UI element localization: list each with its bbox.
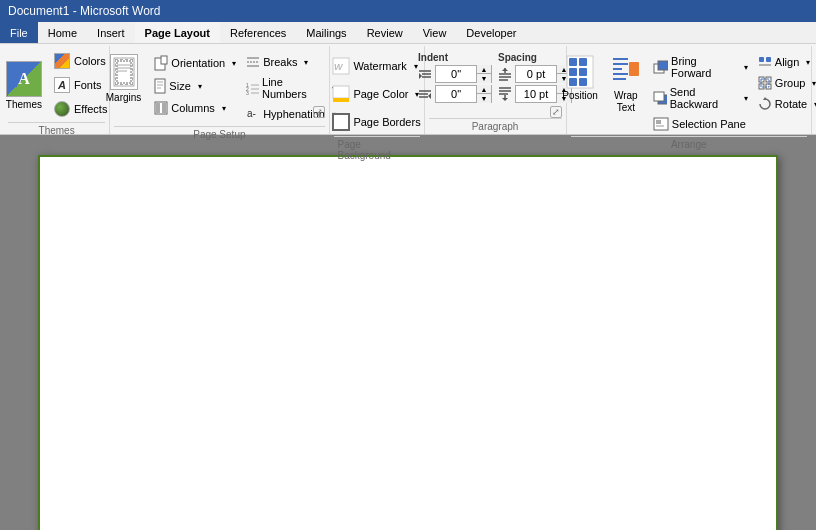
group-main-btn[interactable]: Group	[753, 73, 811, 93]
themes-group: A Themes Colors A Fonts Effects	[4, 46, 110, 134]
indent-left-input[interactable]: ▲ ▼	[435, 65, 492, 83]
svg-rect-1	[117, 61, 131, 83]
send-backward-split-btn: Send Backward ▾	[648, 83, 751, 113]
menu-page-layout[interactable]: Page Layout	[135, 22, 220, 43]
watermark-icon: W	[332, 57, 350, 75]
svg-rect-52	[569, 78, 577, 86]
align-dropdown-arrow[interactable]: ▾	[804, 55, 813, 70]
position-icon	[565, 54, 595, 90]
columns-icon	[154, 101, 168, 115]
menu-developer[interactable]: Developer	[456, 22, 526, 43]
indent-right-arrows: ▲ ▼	[476, 85, 491, 103]
indent-right-down[interactable]: ▼	[477, 94, 491, 103]
spacing-before-field[interactable]	[516, 68, 556, 80]
indent-right-up[interactable]: ▲	[477, 85, 491, 94]
svg-rect-13	[162, 103, 166, 113]
menu-review[interactable]: Review	[357, 22, 413, 43]
svg-rect-53	[579, 78, 587, 86]
send-backward-main-btn[interactable]: Send Backward	[648, 83, 742, 113]
page-background-group: W Watermark ▾ Page Color ▾	[330, 46, 425, 134]
bring-forward-dropdown-arrow[interactable]: ▾	[742, 60, 751, 75]
svg-rect-0	[114, 58, 134, 86]
themes-button[interactable]: A Themes	[1, 57, 47, 114]
spacing-after-icon	[498, 87, 512, 101]
hyphenation-icon: a-	[246, 107, 260, 121]
themes-group-label: Themes	[39, 125, 75, 136]
align-main-btn[interactable]: Align	[753, 52, 804, 72]
svg-rect-66	[656, 125, 664, 127]
group-dropdown-arrow[interactable]: ▾	[810, 76, 816, 91]
paragraph-group: Indent ▲ ▼	[425, 46, 567, 134]
rotate-dropdown-arrow[interactable]: ▾	[812, 97, 816, 112]
indent-right-input[interactable]: ▲ ▼	[435, 85, 492, 103]
colors-icon	[54, 53, 70, 69]
title-text: Document1 - Microsoft Word	[8, 4, 161, 18]
svg-rect-74	[761, 79, 769, 87]
line-numbers-split-btn: 1 2 3 Line Numbers ▾	[241, 73, 339, 103]
menu-file[interactable]: File	[0, 22, 38, 43]
bring-forward-main-btn[interactable]: Bring Forward	[648, 52, 742, 82]
svg-rect-6	[161, 56, 167, 64]
orientation-icon	[154, 55, 168, 71]
rotate-icon	[758, 97, 772, 111]
line-numbers-icon: 1 2 3	[246, 81, 259, 95]
menu-mailings[interactable]: Mailings	[296, 22, 356, 43]
margins-button[interactable]: Margins	[100, 50, 148, 107]
menu-insert[interactable]: Insert	[87, 22, 135, 43]
indent-right-icon	[418, 87, 432, 101]
send-backward-dropdown-arrow[interactable]: ▾	[742, 91, 751, 106]
page-setup-group: Margins Orientation ▾	[110, 46, 329, 134]
rotate-split-btn: Rotate ▾	[753, 94, 816, 114]
columns-dropdown-arrow[interactable]: ▾	[220, 101, 229, 116]
svg-text:a-: a-	[247, 108, 256, 119]
spacing-before-icon	[498, 67, 512, 81]
arrange-label-row: Arrange	[571, 136, 807, 152]
wrap-text-button[interactable]: WrapText	[606, 50, 646, 118]
menu-home[interactable]: Home	[38, 22, 87, 43]
page-borders-button[interactable]: Page Borders	[327, 110, 425, 134]
line-numbers-main-btn[interactable]: 1 2 3 Line Numbers	[241, 73, 330, 103]
indent-left-up[interactable]: ▲	[477, 65, 491, 74]
menu-references[interactable]: References	[220, 22, 296, 43]
fonts-icon: A	[54, 77, 70, 93]
rotate-main-btn[interactable]: Rotate	[753, 94, 812, 114]
watermark-main-btn[interactable]: W Watermark	[327, 54, 411, 78]
page-bg-group-label: Page Background	[338, 139, 416, 161]
breaks-dropdown-arrow[interactable]: ▾	[302, 55, 311, 70]
spacing-after-field[interactable]	[516, 88, 556, 100]
ribbon-content: A Themes Colors A Fonts Effects	[0, 46, 816, 134]
svg-rect-26	[333, 86, 349, 98]
align-split-btn: Align ▾	[753, 52, 816, 72]
wrap-text-icon	[612, 54, 640, 90]
breaks-main-btn[interactable]: Breaks	[241, 52, 302, 72]
bring-forward-split-btn: Bring Forward ▾	[648, 52, 751, 82]
svg-rect-59	[629, 62, 639, 76]
svg-marker-38	[502, 68, 508, 71]
indent-left-field[interactable]	[436, 68, 476, 80]
indent-right-field[interactable]	[436, 88, 476, 100]
page-borders-icon	[332, 113, 350, 131]
svg-rect-50	[569, 68, 577, 76]
svg-rect-12	[156, 103, 160, 113]
page-setup-expand[interactable]: ⤢	[313, 106, 325, 118]
svg-rect-61	[658, 61, 668, 70]
orientation-main-btn[interactable]: Orientation	[149, 52, 230, 74]
indent-left-arrows: ▲ ▼	[476, 65, 491, 83]
orientation-split-btn: Orientation ▾	[149, 52, 239, 74]
page-color-main-btn[interactable]: Page Color	[327, 82, 413, 106]
columns-main-btn[interactable]: Columns	[149, 98, 219, 118]
indent-left-down[interactable]: ▼	[477, 74, 491, 83]
size-main-btn[interactable]: Size	[149, 75, 195, 97]
menu-view[interactable]: View	[413, 22, 457, 43]
themes-label: Themes	[6, 99, 42, 110]
columns-split-btn: Columns ▾	[149, 98, 239, 118]
document-area	[0, 135, 816, 530]
menu-bar: File Home Insert Page Layout References …	[0, 22, 816, 44]
document-page[interactable]	[38, 155, 778, 530]
position-button[interactable]: Position	[556, 50, 604, 105]
svg-rect-68	[766, 57, 771, 62]
selection-pane-button[interactable]: Selection Pane	[648, 114, 751, 134]
size-dropdown-arrow[interactable]: ▾	[196, 79, 205, 94]
orientation-dropdown-arrow[interactable]: ▾	[230, 56, 239, 71]
svg-marker-46	[502, 98, 508, 101]
